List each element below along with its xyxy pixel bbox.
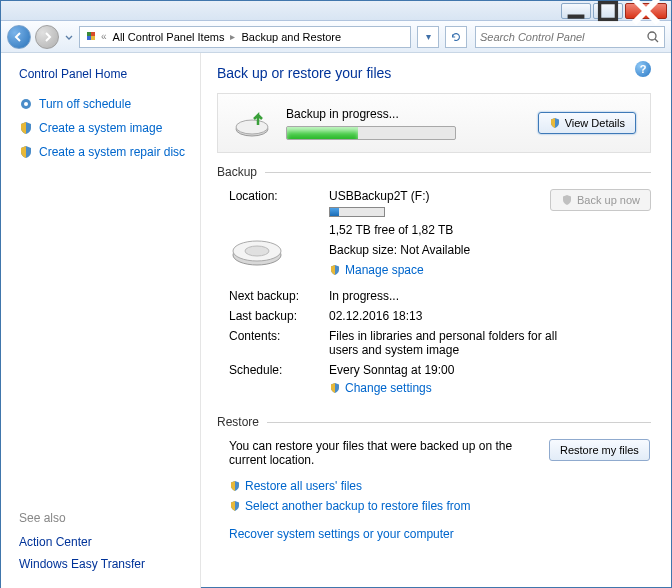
- see-also-header: See also: [19, 511, 190, 525]
- main-panel: ? Back up or restore your files Backup i…: [201, 53, 671, 588]
- shield-icon: [561, 194, 573, 206]
- free-space-text: 1,52 TB free of 1,82 TB: [329, 223, 651, 237]
- nav-dropdown-icon[interactable]: [63, 28, 75, 46]
- action-center-link[interactable]: Action Center: [19, 535, 190, 549]
- sidebar-item-label: Turn off schedule: [39, 97, 131, 111]
- svg-rect-1: [600, 2, 617, 19]
- gear-icon: [19, 97, 33, 111]
- breadcrumb-dropdown[interactable]: ▾: [417, 26, 439, 48]
- restore-all-users-link[interactable]: Restore all users' files: [229, 479, 651, 493]
- restore-section-header: Restore: [217, 415, 651, 429]
- last-backup-label: Last backup:: [229, 309, 329, 323]
- progress-bar: [286, 126, 456, 140]
- link-label: Restore all users' files: [245, 479, 362, 493]
- restore-description: You can restore your files that were bac…: [229, 439, 529, 467]
- search-input[interactable]: [480, 31, 646, 43]
- disk-arrow-icon: [232, 107, 272, 139]
- page-title: Back up or restore your files: [217, 65, 651, 81]
- svg-point-16: [245, 246, 269, 256]
- shield-icon: [229, 480, 241, 492]
- search-box[interactable]: [475, 26, 665, 48]
- sidebar: Control Panel Home Turn off schedule Cre…: [1, 53, 201, 588]
- shield-icon: [229, 500, 241, 512]
- help-icon[interactable]: ?: [635, 61, 651, 77]
- sidebar-item-label: Create a system repair disc: [39, 145, 185, 159]
- turn-off-schedule-link[interactable]: Turn off schedule: [19, 97, 190, 111]
- breadcrumb-backup-restore[interactable]: Backup and Restore: [238, 29, 344, 45]
- last-backup-value: 02.12.2016 18:13: [329, 309, 651, 323]
- button-label: View Details: [565, 117, 625, 129]
- close-button[interactable]: [625, 3, 667, 19]
- progress-status-text: Backup in progress...: [286, 107, 524, 121]
- select-another-backup-link[interactable]: Select another backup to restore files f…: [229, 499, 651, 513]
- forward-button[interactable]: [35, 25, 59, 49]
- shield-icon: [329, 382, 341, 394]
- shield-icon: [549, 117, 561, 129]
- hard-disk-icon: [229, 227, 285, 267]
- control-panel-window: « All Control Panel Items ▸ Backup and R…: [0, 0, 672, 588]
- create-repair-disc-link[interactable]: Create a system repair disc: [19, 145, 190, 159]
- svg-point-8: [648, 32, 656, 40]
- flag-icon: [84, 30, 98, 44]
- svg-rect-7: [91, 36, 95, 40]
- content-area: Control Panel Home Turn off schedule Cre…: [1, 53, 671, 588]
- view-details-button[interactable]: View Details: [538, 112, 636, 134]
- breadcrumb-chevron-icon: «: [101, 31, 107, 42]
- control-panel-home-link[interactable]: Control Panel Home: [19, 67, 190, 81]
- next-backup-label: Next backup:: [229, 289, 329, 303]
- next-backup-value: In progress...: [329, 289, 651, 303]
- back-up-now-button[interactable]: Back up now: [550, 189, 651, 211]
- backup-progress-box: Backup in progress... View Details: [217, 93, 651, 153]
- recover-system-link[interactable]: Recover system settings or your computer: [229, 527, 651, 541]
- sidebar-item-label: Create a system image: [39, 121, 162, 135]
- disk-usage-bar: [329, 207, 385, 217]
- link-label: Manage space: [345, 263, 424, 277]
- button-label: Back up now: [577, 194, 640, 206]
- svg-line-9: [655, 39, 658, 42]
- backup-section-header: Backup: [217, 165, 651, 179]
- shield-icon: [19, 145, 33, 159]
- backup-size-text: Backup size: Not Available: [329, 243, 651, 257]
- change-settings-link[interactable]: Change settings: [329, 381, 432, 395]
- svg-rect-4: [87, 32, 91, 36]
- breadcrumb-control-panel[interactable]: All Control Panel Items: [110, 29, 228, 45]
- create-system-image-link[interactable]: Create a system image: [19, 121, 190, 135]
- breadcrumb-chevron-icon: ▸: [230, 31, 235, 42]
- svg-rect-5: [91, 32, 95, 36]
- maximize-button[interactable]: [593, 3, 623, 19]
- contents-value: Files in libraries and personal folders …: [329, 329, 579, 357]
- search-icon: [646, 30, 660, 44]
- refresh-button[interactable]: [445, 26, 467, 48]
- navigation-bar: « All Control Panel Items ▸ Backup and R…: [1, 21, 671, 53]
- svg-point-13: [236, 120, 268, 134]
- manage-space-link[interactable]: Manage space: [329, 263, 424, 277]
- minimize-button[interactable]: [561, 3, 591, 19]
- svg-rect-6: [87, 36, 91, 40]
- shield-icon: [329, 264, 341, 276]
- breadcrumb[interactable]: « All Control Panel Items ▸ Backup and R…: [79, 26, 411, 48]
- back-button[interactable]: [7, 25, 31, 49]
- titlebar: [1, 1, 671, 21]
- restore-my-files-button[interactable]: Restore my files: [549, 439, 650, 461]
- shield-icon: [19, 121, 33, 135]
- easy-transfer-link[interactable]: Windows Easy Transfer: [19, 557, 190, 571]
- contents-label: Contents:: [229, 329, 329, 343]
- location-label: Location:: [229, 189, 329, 203]
- button-label: Restore my files: [560, 444, 639, 456]
- schedule-value: Every Sonntag at 19:00: [329, 363, 651, 377]
- svg-point-11: [24, 102, 28, 106]
- location-value: USBBackup2T (F:): [329, 189, 531, 203]
- schedule-label: Schedule:: [229, 363, 329, 377]
- link-label: Select another backup to restore files f…: [245, 499, 470, 513]
- link-label: Change settings: [345, 381, 432, 395]
